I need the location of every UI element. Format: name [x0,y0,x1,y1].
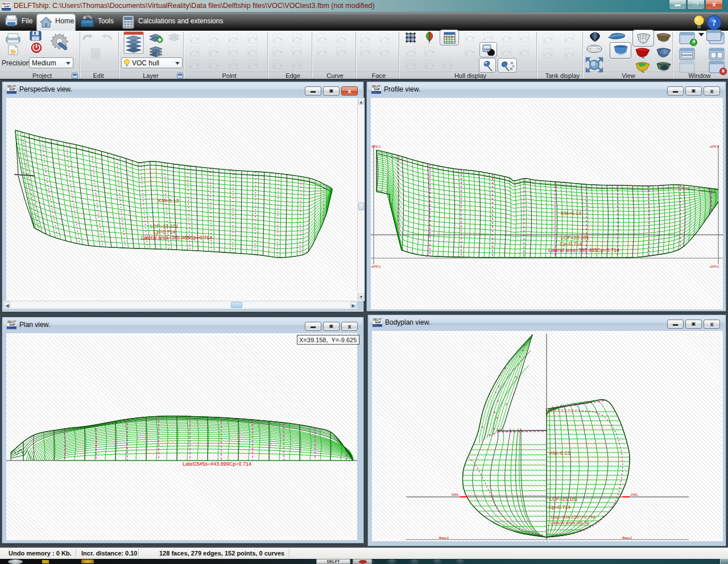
svg-text:LateG5#5s=#43.899Cp=0.714: LateG5#5s=#43.899Cp=0.714 [183,461,251,467]
svg-text:Lateral area=385.465Cp=0.714: Lateral area=385.465Cp=0.714 [141,235,212,240]
svg-text:SHIP: SHIP [9,88,15,91]
svg-text:SHIP: SHIP [374,88,379,91]
svg-text:Cp=0.714: Cp=0.714 [548,504,570,510]
svg-text:DWL: DWL [631,493,639,496]
svg-text:LCF=23.101: LCF=23.101 [150,223,179,229]
svg-text:Cp=0.714: Cp=0.714 [560,241,582,247]
svg-text:APP.0: APP.0 [710,265,719,268]
svg-text:Disp=634.236?=0.744: Disp=634.236?=0.744 [551,515,595,520]
svg-text:SHIP: SHIP [9,324,15,326]
svg-text:?: ? [712,18,717,27]
svg-text:SHIP: SHIP [375,321,380,324]
svg-text:KM=6.13: KM=6.13 [549,450,570,456]
svg-text:KM=6.13: KM=6.13 [561,210,581,216]
svg-text:DWL: DWL [452,493,460,496]
svg-text:Cp=0.714: Cp=0.714 [153,229,175,235]
svg-text:Lateral area=96.36: Lateral area=96.36 [551,520,589,525]
svg-text:Base2: Base2 [439,536,449,540]
svg-text:LCF=23.101: LCF=23.101 [561,235,589,240]
svg-text:LCF=23.101: LCF=23.101 [549,496,578,502]
svg-text:APP.0: APP.0 [710,145,719,148]
svg-text:Lateral area=385.465Cp=0.714: Lateral area=385.465Cp=0.714 [548,247,619,253]
svg-text:APP.2: APP.2 [371,145,381,148]
svg-text:KM=6.13: KM=6.13 [158,198,179,204]
svg-text:APP.2: APP.2 [371,265,381,268]
svg-text:Base2: Base2 [622,536,632,540]
svg-text:SHIP: SHIP [4,5,10,8]
